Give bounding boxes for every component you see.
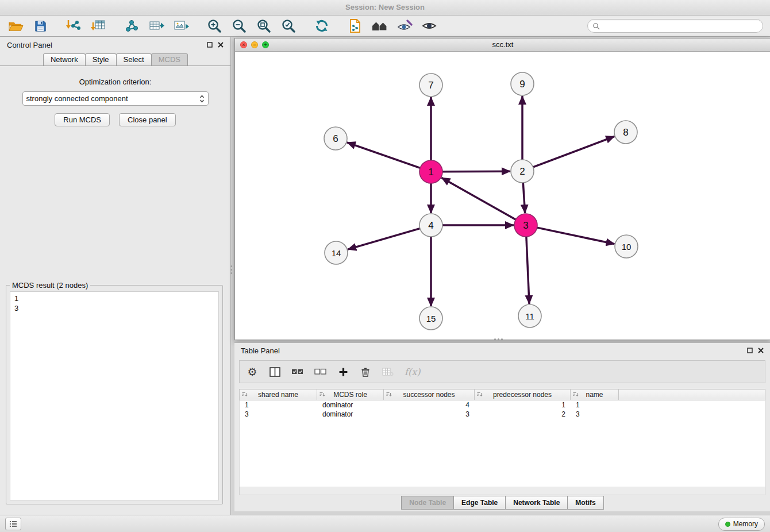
graph-node-3[interactable]: 3 (514, 214, 537, 237)
table-row[interactable]: 3dominator323 (240, 410, 765, 419)
window-close-button[interactable]: × (240, 41, 247, 48)
new-network-button[interactable] (123, 18, 140, 34)
show-hide-eye-button[interactable] (421, 18, 438, 34)
column-header-shared-name[interactable]: shared name (240, 390, 317, 400)
tab-mcds[interactable]: MCDS (151, 53, 188, 65)
delete-table-icon (382, 368, 394, 376)
graphics-details-button[interactable] (396, 18, 413, 34)
graph-node-8[interactable]: 8 (614, 121, 637, 144)
graph-node-14[interactable]: 14 (325, 241, 348, 264)
window-zoom-button[interactable]: + (262, 41, 269, 48)
tab-style[interactable]: Style (85, 53, 117, 65)
table-cell[interactable]: dominator (317, 401, 384, 409)
first-neighbors-button[interactable] (371, 18, 388, 34)
close-panel-button[interactable]: Close panel (119, 113, 176, 126)
graph-node-6[interactable]: 6 (324, 127, 347, 150)
toolbar-search[interactable] (587, 19, 763, 33)
window-minimize-button[interactable]: − (251, 41, 258, 48)
split-columns-icon[interactable] (269, 367, 280, 377)
tab-motifs[interactable]: Motifs (567, 496, 603, 510)
optimization-criterion-label: Optimization criterion: (0, 78, 230, 86)
delete-column-icon[interactable] (360, 367, 371, 377)
app-title: Session: New Session (0, 0, 770, 16)
table-cell[interactable]: 1 (240, 401, 317, 409)
clone-network-button[interactable] (346, 18, 364, 34)
table-row[interactable]: 1dominator411 (240, 400, 765, 410)
graph-node-10[interactable]: 10 (615, 235, 638, 258)
tab-select[interactable]: Select (116, 53, 152, 65)
column-header-predecessor-nodes[interactable]: predecessor nodes (475, 390, 571, 400)
tab-network[interactable]: Network (43, 53, 86, 65)
column-header-name[interactable]: name (571, 390, 619, 400)
graph-edge-3-1[interactable] (441, 178, 515, 219)
graph-edge-1-6[interactable] (347, 142, 420, 168)
network-window-titlebar[interactable]: × − + scc.txt (235, 38, 770, 52)
zoom-selected-button[interactable] (280, 18, 297, 34)
graph-node-4[interactable]: 4 (419, 214, 442, 237)
zoom-fit-button[interactable] (255, 18, 272, 34)
table-close-icon[interactable] (758, 348, 764, 353)
table-settings-gear-icon[interactable]: ⚙ (247, 367, 258, 377)
table-scrollbar[interactable] (239, 487, 765, 495)
graph-node-2[interactable]: 2 (511, 160, 534, 183)
graph-node-1[interactable]: 1 (419, 160, 442, 183)
table-cell[interactable]: 4 (384, 401, 475, 409)
graph-node-9[interactable]: 9 (511, 72, 534, 95)
import-network-button[interactable] (65, 18, 82, 34)
table-cell[interactable]: 1 (571, 401, 619, 409)
svg-text:2: 2 (519, 166, 525, 177)
zoom-out-button[interactable] (230, 18, 248, 34)
table-cell[interactable]: 3 (240, 410, 317, 418)
refresh-view-button[interactable] (313, 18, 330, 34)
table-float-icon[interactable] (747, 348, 753, 353)
network-window-title: scc.txt (492, 40, 514, 49)
graph-edge-3-11[interactable] (526, 237, 529, 304)
mcds-result-area[interactable]: 1 3 (10, 291, 219, 500)
float-panel-icon[interactable] (207, 42, 213, 48)
horizontal-splitter-handle[interactable] (494, 338, 503, 340)
table-cell[interactable]: 1 (475, 401, 571, 409)
export-image-button[interactable] (172, 18, 190, 34)
vertical-splitter-handle[interactable] (230, 265, 232, 274)
graph-edge-4-14[interactable] (348, 229, 420, 250)
table-cell[interactable]: 3 (571, 410, 619, 418)
memory-button[interactable]: Memory (718, 518, 765, 531)
graph-node-11[interactable]: 11 (518, 304, 541, 327)
zoom-in-button[interactable] (206, 18, 223, 34)
column-header-MCDS-role[interactable]: MCDS role (317, 390, 384, 400)
import-table-button[interactable] (90, 18, 107, 34)
graph-edge-2-3[interactable] (523, 183, 525, 213)
graph-edge-3-10[interactable] (537, 228, 615, 244)
select-all-columns-icon[interactable] (291, 368, 303, 375)
column-header-successor-nodes[interactable]: successor nodes (384, 390, 475, 400)
close-panel-icon[interactable] (218, 42, 224, 48)
svg-text:7: 7 (428, 80, 433, 91)
graph-edge-2-8[interactable] (533, 136, 615, 167)
search-icon (592, 22, 600, 30)
graph-node-15[interactable]: 15 (419, 307, 442, 330)
tab-node-table[interactable]: Node Table (401, 496, 454, 510)
graph-node-7[interactable]: 7 (419, 74, 442, 97)
network-graph[interactable]: 7968124314101511 (235, 52, 769, 339)
table-cell[interactable]: dominator (317, 410, 384, 418)
graph-edge-1-2[interactable] (442, 171, 510, 172)
node-table: shared nameMCDS rolesuccessor nodesprede… (239, 389, 765, 495)
task-history-button[interactable] (5, 518, 21, 530)
control-panel-header: Control Panel (0, 37, 230, 53)
deselect-all-columns-icon[interactable] (314, 368, 326, 375)
add-column-icon[interactable] (337, 367, 349, 377)
table-cell[interactable]: 3 (384, 410, 475, 418)
tab-edge-table[interactable]: Edge Table (453, 496, 506, 510)
save-session-button[interactable] (32, 18, 49, 34)
table-header-row: shared nameMCDS rolesuccessor nodesprede… (239, 389, 765, 400)
export-table-button[interactable] (148, 18, 165, 34)
search-input[interactable] (603, 21, 758, 30)
criterion-select[interactable]: strongly connected component (22, 91, 209, 106)
table-body: 1dominator4113dominator323 (239, 400, 765, 487)
run-mcds-button[interactable]: Run MCDS (55, 113, 110, 126)
tab-network-table[interactable]: Network Table (505, 496, 568, 510)
table-cell[interactable]: 2 (475, 410, 571, 418)
main-toolbar (0, 16, 770, 37)
open-session-button[interactable] (7, 18, 24, 34)
memory-label: Memory (733, 520, 758, 528)
